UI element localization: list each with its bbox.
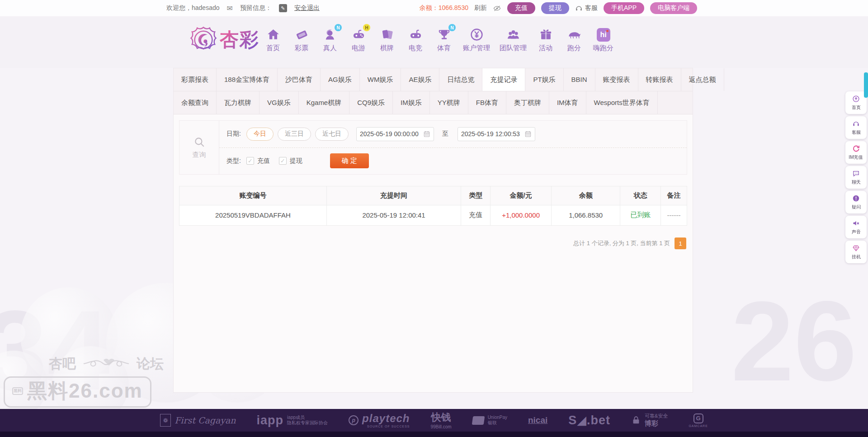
nav-item-yuan-coin[interactable]: 账户管理 — [460, 27, 493, 52]
side-item-label: 聊天 — [851, 179, 860, 185]
lock-icon — [631, 415, 641, 425]
search-icon — [193, 136, 205, 148]
side-item-IM充值[interactable]: IM充值 — [845, 141, 867, 164]
mobile-app-button[interactable]: 手机APP — [604, 2, 644, 14]
cell-balance: 1,066.8530 — [551, 205, 620, 225]
type-checkbox-充值[interactable]: ✓充值 — [246, 157, 270, 165]
tab-Wesports世界体育[interactable]: Wesports世界体育 — [586, 91, 658, 114]
tab-Kgame棋牌[interactable]: Kgame棋牌 — [299, 91, 350, 114]
refresh-button[interactable]: 刷新 — [474, 4, 487, 12]
watermark-left-text: 杏吧 — [49, 355, 76, 373]
range-pill-近七日[interactable]: 近七日 — [315, 128, 349, 141]
nav-item-home[interactable]: 首页 — [260, 27, 286, 52]
page-button-1[interactable]: 1 — [675, 238, 686, 249]
table-header-余额: 余额 — [551, 186, 620, 205]
tab-彩票报表[interactable]: 彩票报表 — [174, 68, 217, 91]
tabs-row-2: 余额查询瓦力棋牌VG娱乐Kgame棋牌CQ9娱乐IM娱乐YY棋牌FB体育奥丁棋牌… — [174, 91, 693, 114]
im-recharge-icon — [852, 145, 860, 152]
nav-item-gamepad[interactable]: H电游 — [346, 27, 371, 52]
pagination-summary: 总计 1 个记录, 分为 1 页, 当前第 1 页 — [573, 239, 670, 247]
nav-label: 棋牌 — [380, 44, 394, 52]
search-column: 查询 — [179, 121, 219, 174]
type-checkbox-提现[interactable]: ✓提现 — [279, 157, 302, 165]
tab-FB体育[interactable]: FB体育 — [468, 91, 506, 114]
date-to-input[interactable]: 2025-05-19 12:00:53 — [458, 127, 535, 141]
nav-item-gift[interactable]: 活动 — [533, 27, 558, 52]
tab-VG娱乐[interactable]: VG娱乐 — [259, 91, 299, 114]
nav-item-rhino[interactable]: 跑分 — [561, 27, 587, 52]
tab-沙巴体育[interactable]: 沙巴体育 — [278, 68, 321, 91]
balance-text: 余额：1066.8530 — [420, 4, 468, 12]
tab-WM娱乐[interactable]: WM娱乐 — [360, 68, 401, 91]
tab-PT娱乐[interactable]: PT娱乐 — [525, 68, 563, 91]
date-filter-row: 日期: 今日近三日近七日 2025-05-19 00:00:00 至 2025-… — [219, 121, 687, 148]
topbar: 欢迎您，hadesado ✉ 预留信息： ✎ 安全退出 余额：1066.8530… — [0, 0, 868, 16]
logo-name: First Cagayan — [175, 415, 236, 425]
tab-AG娱乐[interactable]: AG娱乐 — [321, 68, 360, 91]
side-item-首页[interactable]: 首页 — [845, 91, 867, 114]
home-icon — [265, 27, 281, 42]
nav-item-live-person[interactable]: N真人 — [317, 27, 343, 52]
tab-返点总额[interactable]: 返点总额 — [681, 68, 724, 91]
checkbox-icon: ✓ — [246, 157, 254, 165]
side-item-聊天[interactable]: 聊天 — [845, 166, 867, 189]
tab-YY棋牌[interactable]: YY棋牌 — [430, 91, 468, 114]
side-item-label: 首页 — [851, 104, 860, 110]
hi-logo-icon: hi — [596, 27, 611, 42]
nav-item-ticket[interactable]: 彩票 — [289, 27, 314, 52]
tab-转账报表[interactable]: 转账报表 — [638, 68, 681, 91]
nav-label: 体育 — [437, 44, 451, 52]
nav-item-trophy[interactable]: N体育 — [431, 27, 457, 52]
to-label: 至 — [442, 130, 448, 138]
tab-IM体育[interactable]: IM体育 — [549, 91, 586, 114]
range-pill-今日[interactable]: 今日 — [246, 128, 274, 141]
nav-item-esports[interactable]: 电竞 — [403, 27, 428, 52]
nav-label: 跑分 — [567, 44, 581, 52]
quick-range-group: 今日近三日近七日 — [246, 128, 349, 141]
confirm-button[interactable]: 确 定 — [330, 153, 369, 168]
nav-label: 活动 — [539, 44, 552, 52]
stamp-icon: ❁ — [160, 414, 171, 427]
balance-label: 余额： — [420, 4, 439, 11]
eye-off-icon[interactable] — [493, 4, 501, 13]
withdraw-button[interactable]: 提现 — [541, 2, 569, 14]
esports-icon — [408, 27, 423, 42]
mail-icon[interactable]: ✉ — [227, 4, 233, 13]
tab-BBIN[interactable]: BBIN — [564, 68, 595, 91]
tab-188金宝博体育[interactable]: 188金宝博体育 — [217, 68, 278, 91]
range-pill-近三日[interactable]: 近三日 — [278, 128, 311, 141]
nav-item-hi-logo[interactable]: hi嗨跑分 — [590, 27, 617, 52]
tab-日结总览[interactable]: 日结总览 — [439, 68, 482, 91]
tab-余额查询[interactable]: 余额查询 — [174, 91, 217, 114]
gem-icon — [852, 244, 860, 252]
side-item-疑问[interactable]: 疑问 — [845, 191, 867, 214]
tab-奥丁棋牌[interactable]: 奥丁棋牌 — [506, 91, 549, 114]
customer-service-link[interactable]: 客服 — [575, 4, 598, 12]
tab-IM娱乐[interactable]: IM娱乐 — [393, 91, 430, 114]
side-item-声音[interactable]: 声音 — [845, 216, 867, 238]
footer-bottom-strip — [0, 432, 868, 437]
side-item-客服[interactable]: 客服 — [845, 116, 867, 139]
scrollbar-thumb[interactable] — [864, 72, 868, 98]
nav-label: 账户管理 — [463, 44, 490, 52]
edit-icon[interactable]: ✎ — [279, 4, 287, 12]
nav-item-team[interactable]: 团队管理 — [496, 27, 530, 52]
tab-AE娱乐[interactable]: AE娱乐 — [401, 68, 439, 91]
tab-瓦力棋牌[interactable]: 瓦力棋牌 — [217, 91, 259, 114]
side-item-挂机[interactable]: 挂机 — [845, 241, 867, 263]
date-from-input[interactable]: 2025-05-19 00:00:00 — [356, 127, 434, 141]
logo-subtext: 99Bill.com — [430, 424, 451, 430]
pc-client-button[interactable]: 电脑客户端 — [650, 2, 697, 14]
trophy-icon: N — [436, 27, 452, 42]
nav-item-cards[interactable]: 棋牌 — [374, 27, 400, 52]
tab-充提记录[interactable]: 充提记录 — [482, 68, 525, 91]
tab-CQ9娱乐[interactable]: CQ9娱乐 — [349, 91, 393, 114]
cell-note: ------ — [661, 205, 687, 225]
logout-link[interactable]: 安全退出 — [294, 4, 320, 12]
arrow-up-circle-icon — [852, 95, 860, 103]
playtech-icon: p — [349, 415, 359, 425]
deposit-button[interactable]: 充值 — [507, 2, 535, 14]
brand-logo[interactable]: 杏彩 — [190, 26, 259, 53]
tab-账变报表[interactable]: 账变报表 — [595, 68, 638, 91]
watermark-domain: 黑料26.com — [27, 378, 143, 404]
